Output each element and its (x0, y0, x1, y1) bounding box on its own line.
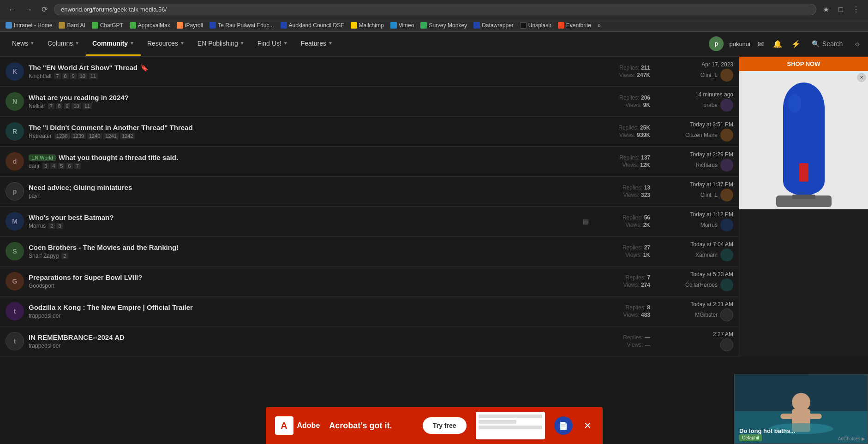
svg-rect-6 (792, 195, 815, 199)
page-link[interactable]: 3 (42, 163, 49, 169)
page-link[interactable]: 7 (54, 73, 60, 79)
thread-meta: Knightfall 7 8 9 10 11 (29, 73, 590, 79)
bookmark-approvalmax[interactable]: ApprovalMax (128, 21, 172, 30)
page-link[interactable]: 1241 (103, 133, 118, 139)
nav-columns[interactable]: Columns ▼ (41, 32, 86, 56)
thread-author: Nellisir (29, 103, 45, 109)
bookmark-unsplash[interactable]: Unsplash (518, 21, 553, 30)
back-button[interactable]: ← (6, 5, 18, 15)
page-link[interactable]: 4 (50, 163, 57, 169)
bookmark-bar: Intranet - Home Bard AI ChatGPT Approval… (0, 19, 868, 32)
thread-stats: Replies: 7 Views: 274 (595, 274, 650, 288)
page-link[interactable]: 10 (72, 103, 81, 109)
page-link[interactable]: 10 (78, 73, 87, 79)
table-row[interactable]: t Godzilla x Kong : The New Empire | Off… (0, 296, 739, 326)
close-ad-button[interactable]: × (857, 73, 866, 82)
nav-news[interactable]: News ▼ (6, 32, 41, 56)
page-link[interactable]: 1242 (120, 133, 135, 139)
table-row[interactable]: R The "I Didn't Comment in Another Threa… (0, 117, 739, 147)
username[interactable]: pukunui (729, 41, 750, 47)
menu-button[interactable]: ⋮ (850, 4, 862, 15)
page-link[interactable]: 1239 (71, 133, 86, 139)
thread-title[interactable]: What are you reading in 2024? (29, 94, 590, 101)
page-link[interactable]: 1238 (54, 133, 69, 139)
thread-list: K The "EN World Art Show" Thread 🔖 Knigh… (0, 57, 739, 356)
search-button[interactable]: 🔍 Search (808, 38, 846, 49)
page-link[interactable]: 8 (56, 103, 62, 109)
thread-title[interactable]: EN World What you thought a thread title… (29, 154, 590, 161)
thread-author: Morrus (29, 223, 46, 229)
thread-stats: Replies: 137 Views: 12K (595, 154, 650, 168)
shop-now-button[interactable]: SHOP NOW (739, 57, 868, 71)
page-link[interactable]: 3 (56, 223, 63, 229)
extension-icon[interactable]: □ (836, 5, 846, 15)
table-row[interactable]: d EN World What you thought a thread tit… (0, 147, 739, 177)
thread-content: The "EN World Art Show" Thread 🔖 Knightf… (29, 64, 590, 79)
thread-title[interactable]: Need advice; Gluing miniatures (29, 184, 590, 191)
bookmark-datawrapper[interactable]: Datawrapper (472, 21, 515, 30)
page-link[interactable]: 6 (66, 163, 72, 169)
url-bar[interactable] (54, 4, 816, 15)
table-row[interactable]: t IN REMEMBRANCE--2024 AD trappedslider … (0, 326, 739, 356)
last-poster-avatar (720, 338, 733, 351)
chevron-down-icon: ▼ (75, 41, 79, 46)
bookmark-bard[interactable]: Bard AI (57, 21, 87, 30)
page-link[interactable]: 7 (48, 103, 54, 109)
forward-button[interactable]: → (22, 5, 35, 15)
bookmark-intranet[interactable]: Intranet - Home (4, 21, 54, 30)
bookmark-more[interactable]: » (596, 21, 603, 30)
bookmark-mailchimp[interactable]: Mailchimp (349, 21, 386, 30)
user-avatar[interactable]: p (709, 36, 724, 51)
refresh-button[interactable]: ⟳ (39, 4, 50, 15)
page-link[interactable]: 5 (58, 163, 65, 169)
table-row[interactable]: K The "EN World Art Show" Thread 🔖 Knigh… (0, 57, 739, 87)
bookmark-star[interactable]: ★ (820, 4, 832, 15)
nav-find-us[interactable]: Find Us! ▼ (251, 32, 294, 56)
bookmark-vimeo[interactable]: Vimeo (389, 21, 416, 30)
bookmark-terau[interactable]: Te Rau Puāwai Educ... (208, 21, 275, 30)
svg-rect-3 (799, 163, 808, 182)
page-link[interactable]: 11 (83, 103, 92, 109)
alerts-icon[interactable]: 🔔 (771, 38, 784, 50)
table-row[interactable]: N What are you reading in 2024? Nellisir… (0, 87, 739, 117)
thread-title[interactable]: Preparations for Super Bowl LVIII? (29, 273, 590, 281)
bookmark-surveymonkey[interactable]: Survey Monkey (419, 21, 469, 30)
table-row[interactable]: M Who's your best Batman? Morrus 2 3 ▤ R… (0, 207, 739, 237)
page-link[interactable]: 1240 (87, 133, 102, 139)
thread-title[interactable]: The "I Didn't Comment in Another Thread"… (29, 124, 590, 131)
table-row[interactable]: p Need advice; Gluing miniatures payn Re… (0, 177, 739, 207)
table-row[interactable]: S Coen Brothers - The Movies and the Ran… (0, 237, 739, 266)
nav-community[interactable]: Community ▼ (86, 32, 141, 56)
theme-toggle-icon[interactable]: ☼ (852, 38, 862, 50)
page-links: 2 3 (48, 223, 63, 229)
thread-content: The "I Didn't Comment in Another Thread"… (29, 124, 590, 139)
bookmark-ipayroll[interactable]: iPayroll (175, 21, 205, 30)
nav-en-publishing[interactable]: EN Publishing ▼ (191, 32, 251, 56)
page-link[interactable]: 2 (48, 223, 55, 229)
thread-meta: payn (29, 193, 590, 199)
page-link[interactable]: 9 (64, 103, 70, 109)
chevron-down-icon: ▼ (283, 41, 288, 46)
page-link[interactable]: 9 (70, 73, 77, 79)
lightning-icon[interactable]: ⚡ (790, 38, 802, 50)
page-link[interactable]: 2 (61, 253, 68, 259)
thread-title[interactable]: Who's your best Batman? (29, 213, 576, 221)
right-sidebar: SHOP NOW × (739, 57, 868, 356)
bookmark-chatgpt[interactable]: ChatGPT (90, 21, 125, 30)
nav-resources[interactable]: Resources ▼ (141, 32, 191, 56)
thread-meta: Goodsport (29, 283, 590, 289)
chevron-down-icon: ▼ (240, 41, 245, 46)
bookmark-eventbrite[interactable]: Eventbrite (556, 21, 593, 30)
thread-title[interactable]: Godzilla x Kong : The New Empire | Offic… (29, 303, 590, 311)
thread-title[interactable]: The "EN World Art Show" Thread 🔖 (29, 64, 590, 71)
nav-features[interactable]: Features ▼ (294, 32, 339, 56)
page-link[interactable]: 8 (62, 73, 69, 79)
bookmark-auckland[interactable]: Auckland Council DSF (279, 21, 346, 30)
thread-title[interactable]: IN REMEMBRANCE--2024 AD (29, 333, 590, 341)
page-link[interactable]: 7 (74, 163, 81, 169)
page-link[interactable]: 11 (89, 73, 98, 79)
page-links: 3 4 5 6 7 (42, 163, 81, 169)
table-row[interactable]: G Preparations for Super Bowl LVIII? Goo… (0, 266, 739, 296)
thread-title[interactable]: Coen Brothers - The Movies and the Ranki… (29, 243, 590, 251)
messages-icon[interactable]: ✉ (756, 38, 766, 50)
